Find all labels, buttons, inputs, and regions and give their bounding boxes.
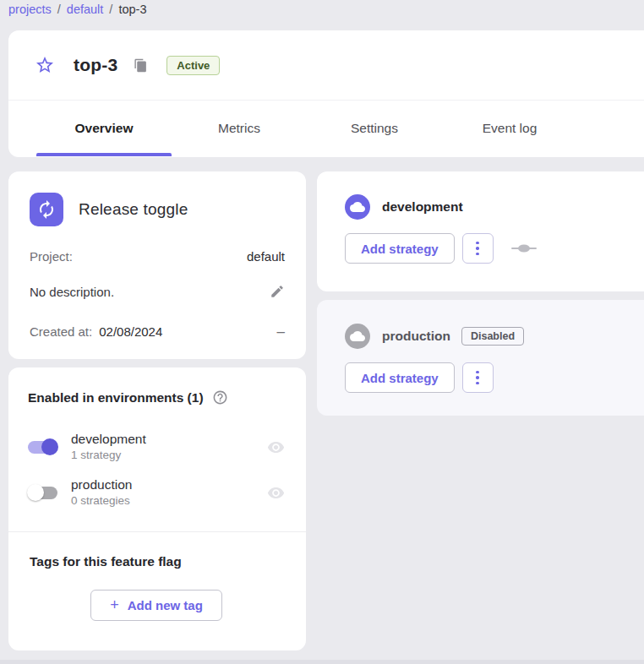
- description-row: No description.: [30, 284, 285, 299]
- flag-type-row: Release toggle: [30, 193, 285, 226]
- project-row: Project: default: [30, 249, 285, 264]
- env-name: production: [71, 476, 267, 493]
- strategy-connector-icon: [511, 244, 537, 253]
- feature-header-card: top-3 Active Overview Metrics Settings E…: [8, 30, 644, 157]
- collapse-card-icon[interactable]: –: [277, 328, 285, 336]
- flag-details-card: Release toggle Project: default No descr…: [8, 171, 306, 359]
- accordion-header[interactable]: development: [345, 194, 644, 220]
- breadcrumb-current: top-3: [118, 3, 146, 16]
- breadcrumb-separator: /: [57, 3, 61, 16]
- plus-icon: +: [110, 596, 119, 614]
- more-actions-icon[interactable]: [462, 233, 494, 264]
- accordion-env-name: production: [382, 329, 450, 344]
- environments-title-row: Enabled in environments (1): [28, 389, 285, 405]
- eye-icon: [267, 438, 285, 456]
- env-strategy-count: 0 strategies: [71, 493, 267, 509]
- development-toggle[interactable]: [28, 441, 57, 454]
- status-badge: Active: [166, 56, 220, 75]
- edit-description-icon[interactable]: [270, 284, 285, 299]
- breadcrumb-projects[interactable]: projects: [8, 3, 52, 16]
- description-text: No description.: [30, 285, 114, 299]
- environments-title: Enabled in environments (1): [28, 390, 204, 405]
- accordion-actions: Add strategy: [345, 233, 644, 264]
- accordion-env-name: development: [382, 199, 463, 215]
- breadcrumb: projects / default / top-3: [8, 3, 146, 16]
- env-name: development: [71, 431, 267, 448]
- disabled-badge: Disabled: [461, 327, 524, 346]
- accordion-header[interactable]: production Disabled: [345, 324, 644, 349]
- bottom-section-edge: [0, 660, 644, 664]
- production-toggle[interactable]: [28, 487, 57, 499]
- accordion-actions: Add strategy: [345, 362, 644, 393]
- env-strategy-count: 1 strategy: [71, 448, 267, 463]
- created-value: 02/08/2024: [99, 324, 162, 339]
- project-label: Project:: [30, 249, 73, 264]
- created-label: Created at:: [30, 324, 92, 339]
- tab-event-log[interactable]: Event log: [442, 101, 577, 156]
- tab-bar: Overview Metrics Settings Event log: [8, 101, 644, 156]
- add-new-tag-button[interactable]: + Add new tag: [90, 590, 222, 621]
- tab-settings[interactable]: Settings: [307, 101, 442, 156]
- feature-header-row: top-3 Active: [8, 30, 644, 101]
- add-strategy-button[interactable]: Add strategy: [345, 362, 455, 393]
- environment-accordion-production: production Disabled Add strategy: [317, 300, 644, 416]
- more-actions-icon[interactable]: [462, 362, 494, 393]
- breadcrumb-default[interactable]: default: [67, 3, 104, 16]
- page: projects / default / top-3 top-3 Active …: [0, 0, 644, 664]
- tab-overview[interactable]: Overview: [36, 101, 172, 156]
- cloud-icon: [345, 324, 370, 349]
- tab-metrics[interactable]: Metrics: [172, 101, 307, 156]
- overview-right-column: development Add strategy production Disa…: [317, 171, 644, 416]
- flag-type-label: Release toggle: [79, 200, 188, 219]
- eye-icon: [267, 484, 285, 502]
- created-row: Created at: 02/08/2024 –: [30, 324, 285, 339]
- favorite-star-icon[interactable]: [34, 54, 56, 76]
- cloud-icon: [345, 194, 370, 220]
- breadcrumb-separator: /: [109, 3, 112, 16]
- copy-name-icon[interactable]: [134, 58, 148, 73]
- environments-card: Enabled in environments (1) development …: [8, 367, 306, 650]
- help-icon[interactable]: [212, 389, 228, 405]
- add-new-tag-label: Add new tag: [128, 598, 203, 612]
- env-row-development: development 1 strategy: [28, 431, 285, 463]
- env-row-production: production 0 strategies: [28, 476, 285, 509]
- tags-section-title: Tags for this feature flag: [30, 554, 285, 569]
- page-title: top-3: [74, 55, 117, 75]
- release-toggle-icon: [30, 193, 63, 226]
- add-strategy-button[interactable]: Add strategy: [345, 233, 455, 264]
- environment-accordion-development: development Add strategy: [317, 171, 644, 291]
- overview-left-column: Release toggle Project: default No descr…: [8, 171, 306, 650]
- project-value: default: [247, 249, 285, 264]
- card-divider: [8, 531, 306, 532]
